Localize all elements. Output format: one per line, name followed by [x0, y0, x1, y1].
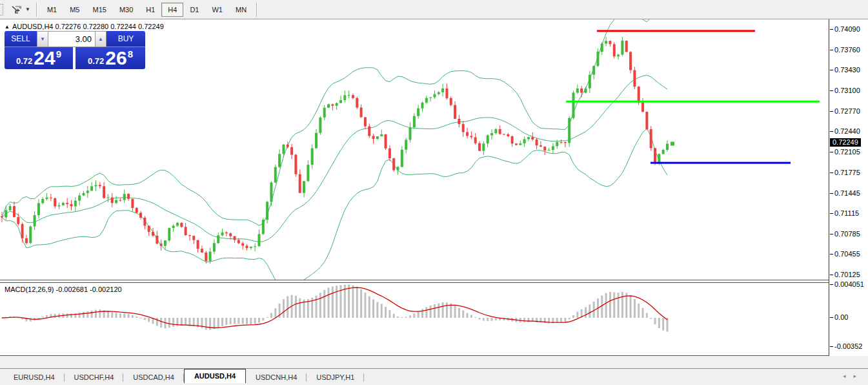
chart-ohlc-title: ▲AUDUSD,H4 0.72276 0.72280 0.72244 0.722… [5, 23, 164, 30]
one-click-trading-panel: SELL ▼ 3.00 ▲ BUY 0.72 24 9 0.72 26 8 [5, 31, 145, 69]
chart-symbol: AUDUSD,H4 [12, 23, 54, 30]
buy-button[interactable]: BUY [106, 31, 145, 47]
macd-indicator-label: MACD(12,26,9) -0.002681 -0.002120 [5, 286, 122, 293]
sell-price-sup: 9 [56, 48, 61, 59]
buy-price-sup: 8 [128, 48, 133, 59]
timeframe-h1[interactable]: H1 [139, 3, 161, 17]
chart-window: ▲AUDUSD,H4 0.72276 0.72280 0.72244 0.722… [0, 19, 868, 356]
timeframe-mn[interactable]: MN [229, 3, 253, 17]
timeframe-d1[interactable]: D1 [183, 3, 205, 17]
timeframe-m1[interactable]: M1 [41, 3, 63, 17]
clipped-toolbar-icon [0, 4, 3, 16]
macd-value: -0.002681 [56, 286, 88, 293]
panel-collapse-arrow-icon[interactable]: ▲ [5, 24, 10, 30]
sell-button[interactable]: SELL [5, 31, 37, 47]
main-toolbar: ▼ M1M5M15M30H1H4D1W1MN [0, 0, 868, 19]
toolbar-separator [256, 3, 257, 17]
chart-tab-bar: EURUSD,H4USDCHF,H4USDCAD,H4AUDUSD,H4USDC… [0, 368, 868, 384]
macd-axis-label: 0.004051 [834, 280, 864, 288]
macd-name: MACD(12,26,9) [5, 286, 54, 293]
support-line-blue[interactable] [651, 162, 791, 164]
timeframe-buttons: M1M5M15M30H1H4D1W1MN [41, 3, 253, 17]
sell-price-big: 24 [34, 48, 55, 68]
volume-decrease-button[interactable]: ▼ [37, 31, 48, 47]
price-axis-label: 0.72105 [834, 148, 860, 156]
tab-usdcad-h4[interactable]: USDCAD,H4 [123, 371, 184, 384]
macd-axis-label: -0.00352 [834, 342, 862, 350]
macd-signal-value: -0.002120 [90, 286, 122, 293]
price-axis-label: 0.71115 [834, 209, 859, 217]
chevron-down-icon[interactable]: ▼ [25, 6, 30, 12]
price-axis-label: 0.72770 [834, 107, 860, 115]
chart-tabs: EURUSD,H4USDCHF,H4USDCAD,H4AUDUSD,H4USDC… [4, 369, 364, 384]
tab-usdjpy-h1[interactable]: USDJPY,H1 [307, 371, 364, 384]
price-axis-label: 0.70785 [834, 230, 860, 238]
tab-scroll-right-icon[interactable]: ▸ [853, 373, 864, 379]
price-axis-label: 0.74090 [834, 25, 860, 33]
timeframe-w1[interactable]: W1 [205, 3, 229, 17]
tab-usdcnh-h4[interactable]: USDCNH,H4 [246, 371, 307, 384]
price-axis-label: 0.71775 [834, 169, 860, 176]
resistance-line[interactable] [597, 30, 755, 32]
ohlc-open: 0.72276 [56, 23, 81, 30]
sell-price-prefix: 0.72 [16, 56, 32, 66]
volume-input[interactable]: 3.00 [48, 31, 95, 47]
ohlc-low: 0.72244 [110, 23, 136, 30]
sell-price-display[interactable]: 0.72 24 9 [5, 47, 73, 69]
tab-usdchf-h4[interactable]: USDCHF,H4 [65, 371, 124, 384]
volume-increase-button[interactable]: ▲ [95, 31, 106, 47]
price-axis-label: 0.71445 [834, 189, 860, 197]
price-axis-label: 0.73100 [834, 87, 860, 94]
tab-scroll-arrows: ◂▸ [843, 373, 864, 379]
price-axis: 0.740900.737600.734300.731000.727700.724… [830, 19, 868, 356]
toolbar-separator [36, 3, 37, 17]
buy-price-display[interactable]: 0.72 26 8 [76, 47, 145, 69]
ohlc-close: 0.72249 [138, 23, 164, 30]
price-axis-label: 0.73430 [834, 66, 860, 74]
timeframe-h4[interactable]: H4 [161, 3, 183, 17]
timeframe-m30[interactable]: M30 [113, 3, 139, 17]
timeframe-m5[interactable]: M5 [63, 3, 86, 17]
price-axis-label: 0.70125 [834, 271, 860, 278]
price-axis-label: 0.70455 [834, 250, 860, 258]
current-bar-marker [671, 141, 674, 145]
timeframe-m15[interactable]: M15 [86, 3, 112, 17]
tab-scroll-left-icon[interactable]: ◂ [843, 373, 854, 379]
price-axis-label: 0.73760 [834, 46, 860, 54]
price-chart-canvas[interactable] [0, 19, 829, 356]
tab-eurusd-h4[interactable]: EURUSD,H4 [4, 371, 65, 384]
buy-price-prefix: 0.72 [88, 56, 104, 66]
buy-price-big: 26 [105, 48, 126, 68]
current-price-label: 0.72249 [830, 138, 861, 147]
tab-audusd-h4[interactable]: AUDUSD,H4 [184, 369, 246, 384]
price-axis-label: 0.72440 [834, 127, 860, 135]
ohlc-high: 0.72280 [83, 23, 108, 30]
macd-axis-label: 0.00 [834, 313, 848, 321]
support-line-green[interactable] [566, 101, 820, 103]
sync-arrows-icon[interactable] [10, 5, 24, 15]
